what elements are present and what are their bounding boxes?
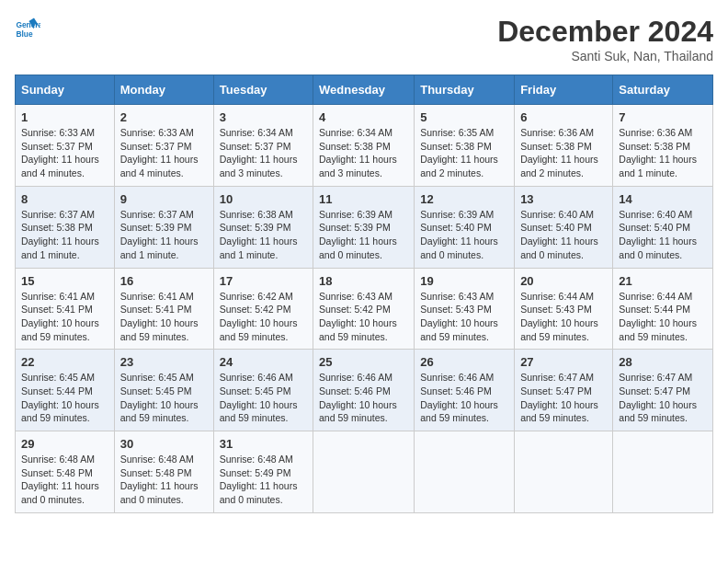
cell-content: Sunrise: 6:37 AMSunset: 5:38 PMDaylight:…: [21, 208, 108, 262]
calendar-week-3: 15Sunrise: 6:41 AMSunset: 5:41 PMDayligh…: [16, 268, 713, 350]
calendar-week-1: 1Sunrise: 6:33 AMSunset: 5:37 PMDaylight…: [16, 105, 713, 187]
calendar-cell: 21Sunrise: 6:44 AMSunset: 5:44 PMDayligh…: [613, 268, 713, 350]
calendar-cell: 16Sunrise: 6:41 AMSunset: 5:41 PMDayligh…: [114, 268, 213, 350]
day-number: 18: [319, 274, 408, 288]
cell-content: Sunrise: 6:33 AMSunset: 5:37 PMDaylight:…: [120, 126, 208, 180]
header-tuesday: Tuesday: [213, 75, 313, 105]
cell-content: Sunrise: 6:47 AMSunset: 5:47 PMDaylight:…: [520, 371, 607, 425]
day-number: 19: [420, 274, 508, 288]
cell-content: Sunrise: 6:38 AMSunset: 5:39 PMDaylight:…: [220, 208, 307, 262]
day-number: 4: [319, 110, 408, 124]
logo-icon: General Blue: [15, 15, 40, 40]
calendar-cell: 11Sunrise: 6:39 AMSunset: 5:39 PMDayligh…: [313, 186, 415, 268]
calendar-cell: 15Sunrise: 6:41 AMSunset: 5:41 PMDayligh…: [16, 268, 115, 350]
header-sunday: Sunday: [16, 75, 115, 105]
calendar-week-5: 29Sunrise: 6:48 AMSunset: 5:48 PMDayligh…: [16, 431, 713, 513]
cell-content: Sunrise: 6:37 AMSunset: 5:39 PMDaylight:…: [120, 208, 208, 262]
svg-text:Blue: Blue: [16, 29, 32, 39]
calendar-cell: 24Sunrise: 6:46 AMSunset: 5:45 PMDayligh…: [213, 350, 313, 431]
calendar-cell: [613, 431, 713, 513]
calendar-cell: 27Sunrise: 6:47 AMSunset: 5:47 PMDayligh…: [515, 350, 613, 431]
calendar-cell: 30Sunrise: 6:48 AMSunset: 5:48 PMDayligh…: [114, 431, 213, 513]
cell-content: Sunrise: 6:43 AMSunset: 5:43 PMDaylight:…: [420, 290, 508, 344]
title-area: December 2024 Santi Suk, Nan, Thailand: [497, 15, 713, 63]
header-monday: Monday: [114, 75, 213, 105]
header-saturday: Saturday: [613, 75, 713, 105]
cell-content: Sunrise: 6:34 AMSunset: 5:37 PMDaylight:…: [220, 126, 307, 180]
cell-content: Sunrise: 6:40 AMSunset: 5:40 PMDaylight:…: [520, 208, 607, 262]
calendar-cell: 14Sunrise: 6:40 AMSunset: 5:40 PMDayligh…: [613, 186, 713, 268]
cell-content: Sunrise: 6:46 AMSunset: 5:46 PMDaylight:…: [319, 371, 408, 425]
day-number: 12: [420, 192, 508, 206]
cell-content: Sunrise: 6:39 AMSunset: 5:39 PMDaylight:…: [319, 208, 408, 262]
day-number: 22: [21, 355, 108, 369]
cell-content: Sunrise: 6:48 AMSunset: 5:48 PMDaylight:…: [21, 453, 108, 507]
calendar-cell: 10Sunrise: 6:38 AMSunset: 5:39 PMDayligh…: [213, 186, 313, 268]
cell-content: Sunrise: 6:45 AMSunset: 5:44 PMDaylight:…: [21, 371, 108, 425]
cell-content: Sunrise: 6:36 AMSunset: 5:38 PMDaylight:…: [520, 126, 607, 180]
cell-content: Sunrise: 6:44 AMSunset: 5:43 PMDaylight:…: [520, 290, 607, 344]
day-number: 28: [619, 355, 707, 369]
calendar-cell: [515, 431, 613, 513]
calendar-cell: 18Sunrise: 6:43 AMSunset: 5:42 PMDayligh…: [313, 268, 415, 350]
calendar-cell: 12Sunrise: 6:39 AMSunset: 5:40 PMDayligh…: [415, 186, 515, 268]
cell-content: Sunrise: 6:44 AMSunset: 5:44 PMDaylight:…: [619, 290, 707, 344]
cell-content: Sunrise: 6:33 AMSunset: 5:37 PMDaylight:…: [21, 126, 108, 180]
day-number: 16: [120, 274, 208, 288]
day-number: 23: [120, 355, 208, 369]
calendar-cell: [313, 431, 415, 513]
cell-content: Sunrise: 6:47 AMSunset: 5:47 PMDaylight:…: [619, 371, 707, 425]
calendar-cell: 5Sunrise: 6:35 AMSunset: 5:38 PMDaylight…: [415, 105, 515, 187]
day-number: 7: [619, 110, 707, 124]
day-number: 3: [220, 110, 307, 124]
calendar-cell: 19Sunrise: 6:43 AMSunset: 5:43 PMDayligh…: [415, 268, 515, 350]
day-number: 11: [319, 192, 408, 206]
calendar-cell: 28Sunrise: 6:47 AMSunset: 5:47 PMDayligh…: [613, 350, 713, 431]
day-number: 21: [619, 274, 707, 288]
day-number: 31: [220, 437, 307, 451]
calendar-cell: [415, 431, 515, 513]
calendar-header-row: SundayMondayTuesdayWednesdayThursdayFrid…: [16, 75, 713, 105]
calendar-cell: 8Sunrise: 6:37 AMSunset: 5:38 PMDaylight…: [16, 186, 115, 268]
calendar-cell: 17Sunrise: 6:42 AMSunset: 5:42 PMDayligh…: [213, 268, 313, 350]
cell-content: Sunrise: 6:39 AMSunset: 5:40 PMDaylight:…: [420, 208, 508, 262]
day-number: 20: [520, 274, 607, 288]
month-title: December 2024: [497, 15, 713, 49]
logo: General Blue: [15, 15, 40, 40]
day-number: 8: [21, 192, 108, 206]
header-thursday: Thursday: [415, 75, 515, 105]
cell-content: Sunrise: 6:46 AMSunset: 5:45 PMDaylight:…: [220, 371, 307, 425]
cell-content: Sunrise: 6:45 AMSunset: 5:45 PMDaylight:…: [120, 371, 208, 425]
day-number: 1: [21, 110, 108, 124]
calendar-cell: 13Sunrise: 6:40 AMSunset: 5:40 PMDayligh…: [515, 186, 613, 268]
cell-content: Sunrise: 6:34 AMSunset: 5:38 PMDaylight:…: [319, 126, 408, 180]
calendar-cell: 4Sunrise: 6:34 AMSunset: 5:38 PMDaylight…: [313, 105, 415, 187]
day-number: 29: [21, 437, 108, 451]
day-number: 2: [120, 110, 208, 124]
calendar-cell: 6Sunrise: 6:36 AMSunset: 5:38 PMDaylight…: [515, 105, 613, 187]
day-number: 15: [21, 274, 108, 288]
day-number: 13: [520, 192, 607, 206]
header-friday: Friday: [515, 75, 613, 105]
day-number: 25: [319, 355, 408, 369]
calendar-cell: 20Sunrise: 6:44 AMSunset: 5:43 PMDayligh…: [515, 268, 613, 350]
day-number: 9: [120, 192, 208, 206]
day-number: 27: [520, 355, 607, 369]
page-header: General Blue December 2024 Santi Suk, Na…: [15, 15, 713, 63]
cell-content: Sunrise: 6:40 AMSunset: 5:40 PMDaylight:…: [619, 208, 707, 262]
cell-content: Sunrise: 6:41 AMSunset: 5:41 PMDaylight:…: [120, 290, 208, 344]
cell-content: Sunrise: 6:46 AMSunset: 5:46 PMDaylight:…: [420, 371, 508, 425]
calendar-cell: 3Sunrise: 6:34 AMSunset: 5:37 PMDaylight…: [213, 105, 313, 187]
calendar-cell: 1Sunrise: 6:33 AMSunset: 5:37 PMDaylight…: [16, 105, 115, 187]
calendar-cell: 9Sunrise: 6:37 AMSunset: 5:39 PMDaylight…: [114, 186, 213, 268]
location-subtitle: Santi Suk, Nan, Thailand: [497, 49, 713, 63]
calendar-cell: 26Sunrise: 6:46 AMSunset: 5:46 PMDayligh…: [415, 350, 515, 431]
calendar-cell: 23Sunrise: 6:45 AMSunset: 5:45 PMDayligh…: [114, 350, 213, 431]
cell-content: Sunrise: 6:41 AMSunset: 5:41 PMDaylight:…: [21, 290, 108, 344]
calendar-cell: 2Sunrise: 6:33 AMSunset: 5:37 PMDaylight…: [114, 105, 213, 187]
day-number: 6: [520, 110, 607, 124]
day-number: 24: [220, 355, 307, 369]
cell-content: Sunrise: 6:35 AMSunset: 5:38 PMDaylight:…: [420, 126, 508, 180]
calendar-table: SundayMondayTuesdayWednesdayThursdayFrid…: [15, 75, 713, 513]
calendar-cell: 29Sunrise: 6:48 AMSunset: 5:48 PMDayligh…: [16, 431, 115, 513]
